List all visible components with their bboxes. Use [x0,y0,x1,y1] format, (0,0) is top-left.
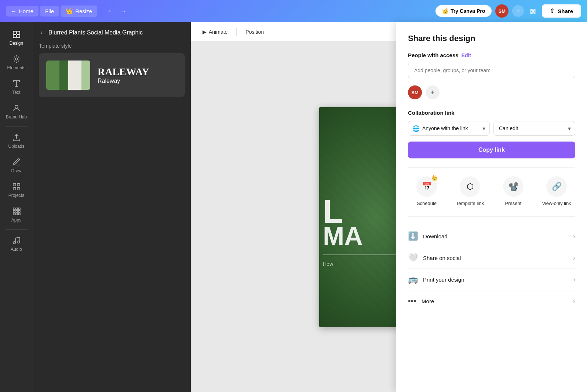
design-panel: ‹ Blurred Plants Social Media Graphic Te… [33,22,191,392]
svg-rect-15 [18,213,20,215]
panel-back-button[interactable]: ‹ [39,27,44,38]
social-left: 🤍 Share on social [408,253,461,263]
sidebar-item-uploads[interactable]: Uploads [0,129,33,153]
sidebar-item-design[interactable]: Design [0,26,33,50]
svg-rect-12 [18,210,20,212]
share-icon: ⇧ [550,8,555,14]
try-pro-button[interactable]: 👑 Try Canva Pro [435,5,492,17]
svg-point-5 [15,105,18,108]
schedule-label: Schedule [417,201,437,206]
template-link-icon-container: ⬡ [460,176,480,197]
print-chevron-icon: › [573,276,575,283]
share-button[interactable]: ⇧ Share [542,4,581,18]
copy-link-button[interactable]: Copy link [408,142,575,158]
sidebar-item-projects[interactable]: Projects [0,178,33,202]
home-label: Home [19,8,33,14]
print-icon: 🚌 [408,275,418,284]
share-list-social[interactable]: 🤍 Share on social › [408,247,575,269]
position-button[interactable]: Position [241,27,268,37]
download-label: Download [423,233,448,239]
more-icon: ••• [408,296,416,306]
user-avatar: SM [408,85,422,99]
toolbar-divider [236,28,237,36]
resize-label: Resize [75,8,92,14]
svg-rect-1 [17,31,20,34]
design-icon [12,30,21,39]
panel-title: Blurred Plants Social Media Graphic [48,29,143,36]
present-icon-container: 📽️ [503,176,524,197]
text-label: Text [12,90,20,95]
share-action-template-link[interactable]: ⬡ Template link [451,176,489,206]
undo-button[interactable]: ← [105,5,116,17]
sidebar-item-audio[interactable]: Audio [0,232,33,256]
share-action-schedule[interactable]: 📅 👑 Schedule [408,176,445,206]
crown-icon: 👑 [66,8,73,15]
edit-link[interactable]: Edit [462,52,471,58]
share-label: Share [558,8,573,14]
design-label: Design [10,41,23,46]
topbar: ← Home File 👑 Resize ← → 👑 Try Canva Pro… [0,0,587,22]
svg-rect-2 [13,35,16,38]
people-access-label: People with access Edit [408,52,575,58]
collab-link-row: 🌐 Anyone with the link Can edit [408,121,575,136]
sidebar-item-text[interactable]: Text [0,75,33,99]
link-access-wrapper[interactable]: 🌐 Anyone with the link [408,121,490,136]
file-button[interactable]: File [40,6,59,17]
permission-select[interactable]: Can edit [493,121,575,136]
font-sub: Raleway [98,78,149,84]
sidebar-item-draw[interactable]: Draw [0,153,33,178]
animate-label: Animate [209,29,227,35]
crown-icon: 👑 [431,175,438,181]
elements-icon [12,55,21,63]
avatar-button[interactable]: SM [495,4,508,18]
template-font-info: RALEWAY Raleway [98,66,149,84]
position-label: Position [245,29,264,35]
share-panel-title: Share this design [408,34,575,43]
sidebar-item-apps[interactable]: Apps [0,202,33,227]
social-icon: 🤍 [408,253,418,263]
share-list-more[interactable]: ••• More › [408,290,575,312]
add-person-button[interactable]: + [426,85,440,99]
template-link-label: Template link [456,201,484,206]
permission-wrapper[interactable]: Can edit [493,121,575,136]
globe-icon: 🌐 [412,125,420,132]
canvas-area: ▶ Animate Position ‹ L MA How [191,22,587,392]
topbar-right: 👑 Try Canva Pro SM + ▩ ⇧ Share [435,4,581,18]
present-icon: 📽️ [508,182,518,191]
social-label: Share on social [423,255,461,261]
share-panel: Share this design People with access Edi… [396,22,587,392]
brand-hub-icon [12,104,21,113]
add-member-button[interactable]: + [512,5,524,17]
social-chevron-icon: › [573,254,575,262]
share-action-present[interactable]: 📽️ Present [495,176,532,206]
uploads-icon [12,133,21,142]
sidebar-item-brand-hub[interactable]: Brand Hub [0,99,33,124]
view-only-icon-container: 🔗 [546,176,567,197]
stats-button[interactable]: ▩ [528,5,538,17]
redo-button[interactable]: → [117,5,128,17]
share-list-print[interactable]: 🚌 Print your design › [408,269,575,290]
left-sidebar: Design Elements Text Brand Hub Uploads D… [0,22,33,392]
resize-button[interactable]: 👑 Resize [61,6,97,17]
share-divider [408,167,575,168]
download-left: ⬇️ Download [408,231,448,241]
color-strip-1 [46,61,59,90]
template-card[interactable]: RALEWAY Raleway [39,53,185,97]
sidebar-divider [6,126,28,127]
svg-rect-10 [13,210,15,212]
svg-point-4 [15,58,18,60]
add-people-input[interactable] [408,63,575,78]
link-access-select[interactable]: Anyone with the link [408,121,490,136]
main-layout: Design Elements Text Brand Hub Uploads D… [0,22,587,392]
share-action-view-only[interactable]: 🔗 View-only link [538,176,575,206]
animate-icon: ▶ [203,29,207,35]
share-list-download[interactable]: ⬇️ Download › [408,226,575,247]
svg-point-17 [18,241,20,243]
template-color-block [46,61,90,90]
people-access-text: People with access [408,52,459,58]
sidebar-item-elements[interactable]: Elements [0,50,33,75]
animate-button[interactable]: ▶ Animate [198,27,232,37]
copy-link-label: Copy link [478,147,505,153]
home-button[interactable]: ← Home [6,6,39,17]
uploads-label: Uploads [8,144,24,149]
